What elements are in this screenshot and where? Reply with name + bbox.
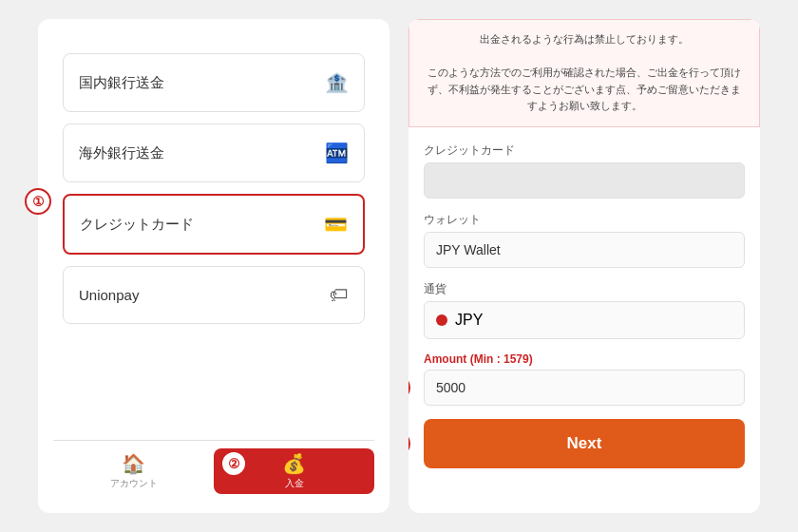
menu-item-credit-label: クレジットカード (80, 216, 194, 234)
nav-item-account[interactable]: 🏠 アカウント (53, 448, 214, 494)
amount-min: 1579 (504, 352, 529, 366)
currency-dot (436, 314, 447, 326)
step-1-indicator: ① (25, 188, 51, 215)
step-2-indicator: ② (220, 450, 247, 477)
currency-label: 通貨 (424, 281, 745, 297)
credit-card-input[interactable] (424, 162, 745, 199)
menu-item-domestic-label: 国内銀行送金 (79, 74, 164, 92)
menu-item-overseas-label: 海外銀行送金 (79, 144, 164, 162)
next-button[interactable]: Next (424, 419, 745, 468)
menu-item-unionpay-label: Unionpay (79, 287, 139, 303)
home-icon: 🏠 (122, 452, 145, 475)
menu-item-overseas[interactable]: 海外銀行送金 🏧 (63, 124, 365, 182)
amount-input-row: ③ (424, 370, 745, 406)
unionpay-icon: 🏷 (330, 284, 349, 306)
amount-label: Amount (Min : 1579) (424, 352, 745, 366)
domestic-icon: 🏦 (325, 71, 349, 94)
form-content: クレジットカード ウォレット 通貨 JPY Amount (Min : 1579… (408, 127, 760, 513)
wallet-label: ウォレット (424, 212, 745, 228)
nav-account-label: アカウント (110, 477, 158, 490)
menu-item-domestic[interactable]: 国内銀行送金 🏦 (63, 53, 365, 112)
menu-item-credit[interactable]: クレジットカード 💳 (63, 194, 365, 255)
wallet-input[interactable] (424, 232, 745, 268)
overseas-icon: 🏧 (325, 142, 349, 164)
bottom-nav: ② 🏠 アカウント 💰 入金 (53, 440, 374, 498)
left-panel: ① 国内銀行送金 🏦 海外銀行送金 🏧 クレジットカード 💳 Unionpay … (38, 19, 390, 513)
amount-input[interactable] (424, 370, 745, 406)
credit-icon: 💳 (324, 213, 348, 236)
step-3-indicator: ③ (408, 374, 410, 401)
warning-line-1: 出金されるような行為は禁止しております。 (480, 33, 689, 45)
nav-deposit-label: 入金 (285, 477, 304, 490)
warning-box: 出金されるような行為は禁止しております。 このような方法でのご利用が確認された場… (408, 19, 760, 127)
currency-group: 通貨 JPY (424, 281, 745, 339)
deposit-icon: 💰 (282, 452, 306, 475)
amount-group: Amount (Min : 1579) ③ (424, 352, 745, 406)
next-button-wrapper: ④ Next (424, 419, 745, 468)
menu-list: 国内銀行送金 🏦 海外銀行送金 🏧 クレジットカード 💳 Unionpay 🏷 (53, 34, 374, 440)
warning-line-2: このような方法でのご利用が確認された場合、ご出金を行って頂けず、不利益が発生する… (428, 66, 741, 111)
currency-row: JPY (424, 301, 745, 339)
step-4-indicator: ④ (408, 430, 410, 457)
menu-item-unionpay[interactable]: Unionpay 🏷 (63, 266, 365, 324)
currency-value: JPY (455, 312, 483, 329)
credit-card-group: クレジットカード (424, 142, 745, 199)
credit-card-label: クレジットカード (424, 142, 745, 159)
right-panel: 出金されるような行為は禁止しております。 このような方法でのご利用が確認された場… (408, 19, 760, 513)
wallet-group: ウォレット (424, 212, 745, 268)
